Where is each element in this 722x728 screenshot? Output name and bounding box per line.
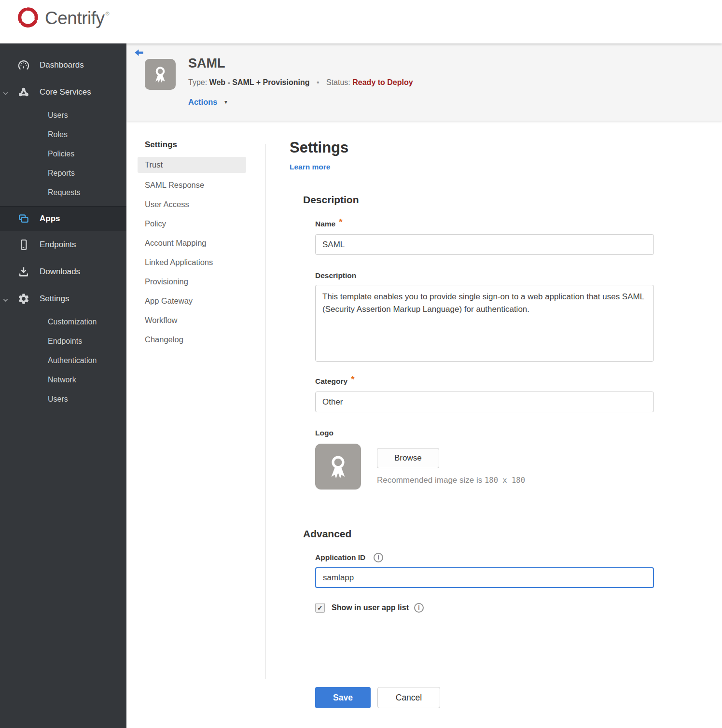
chevron-down-icon <box>2 89 9 99</box>
checkmark-icon: ✓ <box>317 604 323 612</box>
app-header: SAML Type: Web - SAML + Provisioning • S… <box>126 43 722 121</box>
sidebar-subitem-roles[interactable]: Roles <box>0 125 126 144</box>
sidebar-item-label: Settings <box>40 294 69 304</box>
sidebar-item-endpoints[interactable]: Endpoints <box>0 231 126 258</box>
cancel-button[interactable]: Cancel <box>377 687 440 708</box>
logo-size-hint: Recommended image size is 180 x 180 <box>377 476 525 485</box>
name-label-row: Name * <box>315 219 666 229</box>
learn-more-link[interactable]: Learn more <box>290 163 330 171</box>
sidebar-subitem-network[interactable]: Network <box>0 370 126 390</box>
category-field[interactable] <box>315 392 654 412</box>
sidebar: Dashboards Core Services Users Roles Pol… <box>0 43 126 728</box>
category-label: Category <box>315 377 347 386</box>
vertical-divider <box>265 144 265 679</box>
sidebar-item-downloads[interactable]: Downloads <box>0 258 126 285</box>
sidebar-item-label: Dashboards <box>40 60 84 70</box>
meta-separator: • <box>317 78 319 86</box>
subnav-item-app-gateway[interactable]: App Gateway <box>138 291 246 310</box>
required-asterisk: * <box>351 374 354 385</box>
settings-content: Settings Learn more Description Name * D… <box>290 139 666 708</box>
show-in-app-list-label: Show in user app list <box>332 603 409 612</box>
sidebar-subitem-users[interactable]: Users <box>0 106 126 125</box>
application-id-label-row: Application ID i <box>315 553 666 562</box>
subnav-item-changelog[interactable]: Changelog <box>138 330 246 349</box>
advanced-form: Application ID i ✓ Show in user app list… <box>315 553 666 708</box>
name-field[interactable] <box>315 234 654 255</box>
required-asterisk: * <box>339 217 342 227</box>
advanced-section-heading: Advanced <box>303 528 666 540</box>
gauge-icon <box>17 59 30 71</box>
subnav-item-linked-applications[interactable]: Linked Applications <box>138 252 246 272</box>
gear-icon <box>17 293 30 305</box>
logo-label: Logo <box>315 429 333 437</box>
sidebar-item-apps[interactable]: Apps <box>0 206 126 231</box>
actions-label: Actions <box>188 98 218 106</box>
description-form: Name * Description This template enables… <box>315 219 666 490</box>
actions-menu-button[interactable]: Actions ▼ <box>188 98 228 107</box>
chevron-down-icon <box>2 296 9 306</box>
subnav-header: Settings <box>138 140 251 150</box>
ribbon-award-icon <box>151 65 170 84</box>
sidebar-item-label: Apps <box>40 214 60 224</box>
type-value: Web - SAML + Provisioning <box>209 78 310 86</box>
sidebar-item-label: Downloads <box>40 267 80 277</box>
download-icon <box>17 266 30 278</box>
app-meta: Type: Web - SAML + Provisioning • Status… <box>188 78 413 87</box>
info-icon[interactable]: i <box>374 553 383 562</box>
logo-size-value: 180 x 180 <box>485 476 525 485</box>
app-logo-preview <box>315 444 361 490</box>
core-services-icon <box>17 86 30 98</box>
description-field[interactable]: This template enables you to provide sin… <box>315 285 654 362</box>
subnav-item-policy[interactable]: Policy <box>138 214 246 233</box>
subnav-item-user-access[interactable]: User Access <box>138 195 246 214</box>
sidebar-subitem-policies[interactable]: Policies <box>0 144 126 164</box>
sidebar-subitem-users[interactable]: Users <box>0 390 126 409</box>
sidebar-item-label: Core Services <box>40 87 91 97</box>
main-area: Settings Trust SAML Response User Access… <box>126 121 722 728</box>
subnav-item-saml-response[interactable]: SAML Response <box>138 175 246 195</box>
subnav-item-workflow[interactable]: Workflow <box>138 310 246 330</box>
sidebar-subitem-requests[interactable]: Requests <box>0 183 126 202</box>
logo-row: Browse Recommended image size is 180 x 1… <box>315 444 666 490</box>
description-label: Description <box>315 271 356 280</box>
registered-mark: ® <box>105 11 109 16</box>
app-settings-nav: Settings Trust SAML Response User Access… <box>138 140 251 349</box>
apps-icon <box>17 212 30 225</box>
category-label-row: Category * <box>315 376 666 387</box>
dropdown-arrow-icon: ▼ <box>223 99 228 105</box>
back-arrow-icon[interactable] <box>134 48 145 59</box>
save-button[interactable]: Save <box>315 687 371 708</box>
subnav-item-trust[interactable]: Trust <box>138 157 246 173</box>
name-label: Name <box>315 220 335 228</box>
description-label-row: Description <box>315 271 666 280</box>
form-footer: Save Cancel <box>315 687 666 708</box>
info-icon[interactable]: i <box>414 603 424 613</box>
logo-controls: Browse Recommended image size is 180 x 1… <box>377 444 525 490</box>
status-label: Status: <box>326 78 350 86</box>
page-title: Settings <box>290 139 666 156</box>
sidebar-item-core-services[interactable]: Core Services <box>0 79 126 106</box>
sidebar-item-dashboards[interactable]: Dashboards <box>0 52 126 79</box>
subnav-item-provisioning[interactable]: Provisioning <box>138 272 246 291</box>
sidebar-item-settings[interactable]: Settings <box>0 285 126 312</box>
brand-name: Centrify® <box>45 8 109 28</box>
app-logo-badge <box>145 59 176 90</box>
sidebar-subitem-reports[interactable]: Reports <box>0 164 126 183</box>
app-title: SAML <box>188 56 225 71</box>
top-bar: Centrify® <box>0 0 722 43</box>
brand-logo: Centrify® <box>16 5 109 31</box>
subnav-item-account-mapping[interactable]: Account Mapping <box>138 233 246 252</box>
sidebar-item-label: Endpoints <box>40 240 76 250</box>
sidebar-subitem-endpoints[interactable]: Endpoints <box>0 332 126 351</box>
sidebar-subitem-authentication[interactable]: Authentication <box>0 351 126 370</box>
type-label: Type: <box>188 78 207 86</box>
application-id-label: Application ID <box>315 553 365 562</box>
description-section-heading: Description <box>303 194 666 206</box>
show-in-app-list-checkbox[interactable]: ✓ <box>315 603 325 613</box>
phone-icon <box>17 238 30 251</box>
centrify-spiral-icon <box>16 5 40 31</box>
logo-label-row: Logo <box>315 429 666 437</box>
sidebar-subitem-customization[interactable]: Customization <box>0 312 126 332</box>
application-id-field[interactable] <box>315 567 654 588</box>
browse-button[interactable]: Browse <box>377 448 439 468</box>
